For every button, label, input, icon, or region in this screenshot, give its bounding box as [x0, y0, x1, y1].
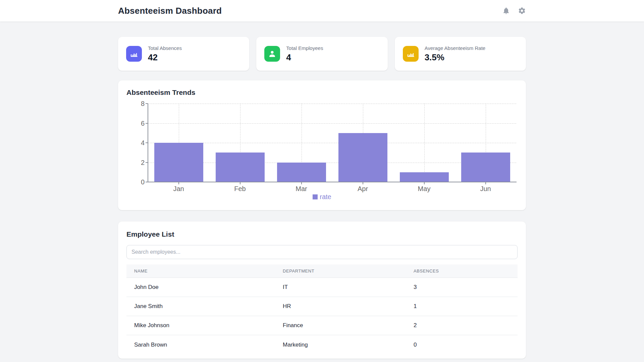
bar-chart-icon [129, 49, 139, 58]
employee-list-card: Employee List NAME DEPARTMENT ABSENCES J… [118, 222, 526, 359]
x-axis-tick [485, 182, 486, 184]
table-header-row: NAME DEPARTMENT ABSENCES [126, 264, 518, 278]
stat-card-total-absences: Total Absences 42 [118, 37, 249, 71]
x-axis-tick [178, 182, 179, 184]
stat-icon-badge [264, 46, 280, 62]
table-cell-department: HR [283, 303, 414, 310]
x-tick-label: Mar [286, 185, 317, 192]
chart-bar-may[interactable] [400, 172, 449, 182]
x-tick-label: Feb [225, 185, 255, 192]
table-cell-absences: 2 [414, 322, 518, 329]
column-header-name: NAME [126, 268, 283, 274]
stat-card-absenteeism-rate: Average Absenteeism Rate 3.5% [395, 37, 526, 71]
stat-icon-badge [126, 46, 142, 62]
table-cell-absences: 1 [414, 303, 518, 310]
x-axis-tick [301, 182, 302, 184]
stat-label: Average Absenteeism Rate [425, 45, 486, 51]
legend-label: rate [320, 193, 331, 200]
table-cell-name: Jane Smith [126, 303, 283, 310]
y-axis-line [148, 104, 148, 182]
x-tick-label: Jun [471, 185, 501, 192]
gridline-horizontal [148, 143, 516, 143]
chart-bar-jan[interactable] [154, 143, 203, 182]
table-cell-absences: 3 [414, 284, 518, 291]
stat-text: Average Absenteeism Rate 3.5% [425, 45, 486, 63]
table-cell-department: Marketing [283, 342, 414, 348]
bell-icon [502, 7, 510, 15]
stat-text: Total Absences 42 [148, 45, 182, 63]
chart-title: Absenteeism Trends [126, 88, 518, 97]
settings-button[interactable] [518, 7, 526, 15]
header: Absenteeism Dashboard [0, 0, 644, 21]
y-tick-label: 2 [126, 159, 145, 166]
main-content: Total Absences 42 Total Employees 4 [118, 37, 526, 359]
chart-bar-apr[interactable] [338, 133, 387, 182]
chart-legend: rate [126, 193, 518, 200]
gridline-horizontal [148, 104, 516, 104]
notifications-button[interactable] [502, 7, 510, 15]
x-tick-label: Apr [348, 185, 378, 192]
gear-icon [518, 7, 526, 15]
table-body: John DoeIT3Jane SmithHR1Mike JohnsonFina… [126, 278, 518, 354]
x-tick-label: May [409, 185, 439, 192]
table-cell-absences: 0 [414, 342, 518, 348]
user-icon [268, 49, 277, 58]
chart-bar-jun[interactable] [461, 153, 510, 182]
page-title: Absenteeism Dashboard [118, 6, 222, 16]
column-header-absences: ABSENCES [414, 268, 518, 274]
stats-row: Total Absences 42 Total Employees 4 [118, 37, 526, 71]
stat-label: Total Absences [148, 45, 182, 51]
x-axis-tick [363, 182, 363, 184]
y-tick-label: 0 [126, 179, 145, 185]
chart-bar-feb[interactable] [216, 153, 265, 182]
x-axis-tick [240, 182, 240, 184]
bar-chart: 02468JanFebMarAprMayJunrate [126, 99, 518, 201]
y-tick-label: 6 [126, 120, 145, 127]
table-cell-department: IT [283, 284, 414, 291]
stat-value: 42 [148, 52, 182, 63]
x-axis-tick [424, 182, 425, 184]
table-cell-department: Finance [283, 322, 414, 329]
table-row[interactable]: Jane SmithHR1 [126, 297, 518, 316]
chart-bar-mar[interactable] [277, 163, 326, 182]
column-header-department: DEPARTMENT [283, 268, 414, 274]
stat-card-total-employees: Total Employees 4 [256, 37, 387, 71]
table-row[interactable]: Sarah BrownMarketing0 [126, 335, 518, 354]
stat-text: Total Employees 4 [286, 45, 323, 63]
x-tick-label: Jan [164, 185, 194, 192]
table-cell-name: Sarah Brown [126, 342, 283, 348]
table-cell-name: Mike Johnson [126, 322, 283, 329]
gridline-vertical [424, 104, 425, 182]
chart-card: Absenteeism Trends 02468JanFebMarAprMayJ… [118, 80, 526, 210]
y-tick-label: 4 [126, 139, 145, 146]
search-input[interactable] [126, 245, 518, 259]
header-actions [502, 7, 526, 15]
x-axis-line [148, 182, 517, 182]
employee-table: NAME DEPARTMENT ABSENCES John DoeIT3Jane… [126, 264, 518, 354]
stat-label: Total Employees [286, 45, 323, 51]
stat-icon-badge [403, 46, 419, 62]
legend-swatch [313, 194, 318, 199]
gridline-horizontal [148, 123, 516, 124]
stat-value: 4 [286, 52, 323, 63]
y-tick-label: 8 [126, 100, 145, 107]
bar-chart-icon [406, 49, 415, 58]
stat-value: 3.5% [425, 52, 486, 63]
table-cell-name: John Doe [126, 284, 283, 291]
employee-list-title: Employee List [126, 230, 518, 238]
table-row[interactable]: Mike JohnsonFinance2 [126, 316, 518, 335]
table-row[interactable]: John DoeIT3 [126, 278, 518, 297]
